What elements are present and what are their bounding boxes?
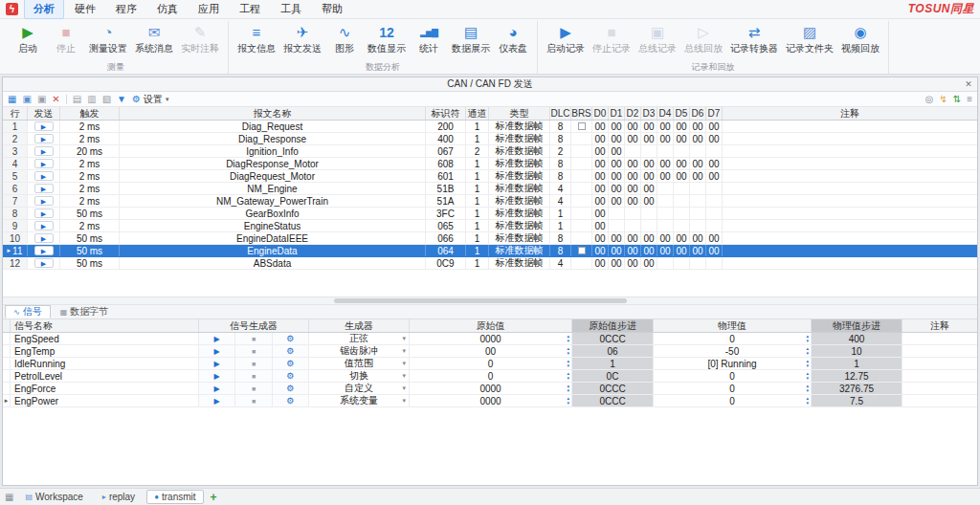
signal-stop-button[interactable]: ■ <box>235 333 272 344</box>
signal-stop-button[interactable]: ■ <box>235 395 272 406</box>
message-row[interactable]: 9▶2 msEngineStatus0651标准数据帧100 <box>3 220 977 232</box>
ribbon-button-recstop[interactable]: ■停止记录 <box>589 21 635 61</box>
ribbon-button-numeric[interactable]: 12数值显示 <box>364 21 410 61</box>
ribbon-button-note[interactable]: ✎实时注释 <box>177 21 223 61</box>
signal-play-button[interactable]: ▶ <box>199 383 235 394</box>
message-row[interactable]: ▸11▶50 msEngineData0641标准数据帧800000000000… <box>3 245 977 257</box>
signal-play-button[interactable]: ▶ <box>199 395 235 406</box>
send-play-icon[interactable]: ▶ <box>34 233 54 243</box>
ribbon-button-display[interactable]: ▤数据展示 <box>448 21 494 61</box>
message-row[interactable]: 4▶2 msDiagResponse_Motor6081标准数据帧8000000… <box>3 158 977 170</box>
signal-settings-button[interactable]: ⚙ <box>273 358 308 369</box>
menu-icon[interactable]: ≡ <box>967 94 972 105</box>
generator-select[interactable]: 锯齿脉冲▾ <box>309 345 410 357</box>
settings-dropdown[interactable]: ⚙设置▾ <box>132 93 168 106</box>
send-play-icon[interactable]: ▶ <box>34 146 54 156</box>
scrollbar-thumb[interactable] <box>334 298 626 303</box>
ribbon-button-msgsend[interactable]: ✈报文发送 <box>279 21 325 61</box>
message-row[interactable]: 3▶20 msIgnition_Info0672标准数据帧20000 <box>3 145 977 158</box>
send-play-icon[interactable]: ▶ <box>34 221 54 231</box>
ribbon-button-stop[interactable]: ■停止 <box>47 21 85 61</box>
ribbon-button-msginfo[interactable]: ≡报文信息 <box>234 21 279 61</box>
signal-settings-button[interactable]: ⚙ <box>273 345 308 357</box>
physical-spin-down-icon[interactable]: ▾ <box>806 376 809 381</box>
add-tab-button[interactable]: + <box>208 491 220 504</box>
app-logo-icon[interactable]: ϟ <box>6 3 18 15</box>
message-row[interactable]: 5▶2 msDiagRequest_Motor6011标准数据帧80000000… <box>3 170 977 183</box>
send-play-icon[interactable]: ▶ <box>34 184 54 193</box>
physical-spin-down-icon[interactable]: ▾ <box>806 363 809 368</box>
menu-item[interactable]: 分析 <box>24 0 64 19</box>
signal-play-button[interactable]: ▶ <box>199 370 235 382</box>
send-play-icon[interactable]: ▶ <box>34 209 54 218</box>
physical-spin-down-icon[interactable]: ▾ <box>806 388 809 393</box>
raw-spin-down-icon[interactable]: ▾ <box>567 401 569 406</box>
sort-icon[interactable]: ⇅ <box>953 94 961 105</box>
page-add-icon[interactable]: ▤ <box>73 94 81 105</box>
generator-select[interactable]: 自定义▾ <box>309 383 410 394</box>
filter-icon[interactable]: ▼ <box>117 94 126 105</box>
signal-settings-button[interactable]: ⚙ <box>273 370 308 382</box>
signal-settings-button[interactable]: ⚙ <box>273 395 308 406</box>
raw-spin-down-icon[interactable]: ▾ <box>567 376 569 381</box>
signal-play-button[interactable]: ▶ <box>199 358 235 369</box>
send-play-icon[interactable]: ▶ <box>34 121 54 131</box>
signal-settings-button[interactable]: ⚙ <box>273 383 308 394</box>
send-play-icon[interactable]: ▶ <box>34 246 54 255</box>
message-row[interactable]: 8▶50 msGearBoxInfo3FC1标准数据帧100 <box>3 208 977 220</box>
grid-icon[interactable]: ▦ <box>8 94 16 105</box>
menu-item[interactable]: 程序 <box>106 0 146 19</box>
physical-spin-down-icon[interactable]: ▾ <box>806 339 809 343</box>
menu-item[interactable]: 工程 <box>230 0 270 19</box>
workspace-tab-replay[interactable]: ▸replay <box>95 490 143 504</box>
ribbon-button-stats[interactable]: ▂▅▇统计 <box>410 21 448 61</box>
physical-spin-down-icon[interactable]: ▾ <box>806 351 809 356</box>
message-row[interactable]: 7▶2 msNM_Gateway_PowerTrain51A1标准数据帧4000… <box>3 195 977 208</box>
signal-row[interactable]: EngTemp▶■⚙锯齿脉冲▾00▴▾06-50▴▾10 <box>3 345 977 358</box>
ribbon-button-conv[interactable]: ⇄记录转换器 <box>726 21 782 61</box>
signal-stop-button[interactable]: ■ <box>235 383 272 394</box>
raw-spin-down-icon[interactable]: ▾ <box>567 339 569 343</box>
ribbon-button-busrec[interactable]: ▣总线记录 <box>635 21 680 61</box>
page-icon[interactable]: ▥ <box>87 94 96 105</box>
signal-play-button[interactable]: ▶ <box>199 333 235 344</box>
horizontal-scrollbar[interactable] <box>3 296 977 305</box>
signal-row[interactable]: EngSpeed▶■⚙正弦▾0000▴▾0CCC0▴▾400 <box>3 333 977 345</box>
menu-item[interactable]: 硬件 <box>65 0 105 19</box>
signal-row[interactable]: ▸EngPower▶■⚙系统变量▾0000▴▾0CCC0▴▾7.5 <box>3 395 977 407</box>
workspace-tab-transmit[interactable]: ●transmit <box>146 490 203 504</box>
save-icon[interactable]: ▣ <box>22 94 31 105</box>
generator-select[interactable]: 正弦▾ <box>309 333 410 344</box>
ribbon-button-recstart[interactable]: ▶启动记录 <box>543 21 589 61</box>
paste-icon[interactable]: ▧ <box>102 94 111 105</box>
menu-item[interactable]: 应用 <box>189 0 229 19</box>
message-row[interactable]: 6▶2 msNM_Engine51B1标准数据帧400000000 <box>3 183 977 195</box>
close-icon[interactable]: ✕ <box>963 78 974 90</box>
ribbon-button-busplay[interactable]: ▷总线回放 <box>680 21 726 61</box>
export-icon[interactable]: ▣ <box>37 94 46 105</box>
ribbon-button-dash[interactable]: ◕仪表盘 <box>494 21 532 61</box>
grid-icon[interactable]: ▦ <box>5 492 13 503</box>
tab-signal[interactable]: ∿信号 <box>5 305 51 318</box>
generator-select[interactable]: 值范围▾ <box>309 358 410 369</box>
brs-checkbox[interactable] <box>578 122 586 130</box>
lightning-icon[interactable]: ↯ <box>939 94 947 105</box>
raw-spin-down-icon[interactable]: ▾ <box>567 388 569 393</box>
brs-checkbox[interactable] <box>578 247 586 254</box>
signal-settings-button[interactable]: ⚙ <box>273 333 308 344</box>
search-icon[interactable]: ◎ <box>925 94 934 105</box>
generator-select[interactable]: 切换▾ <box>309 370 410 382</box>
send-play-icon[interactable]: ▶ <box>34 171 54 181</box>
message-row[interactable]: 2▶2 msDiag_Response4001标准数据帧800000000000… <box>3 133 977 145</box>
ribbon-button-video[interactable]: ◉视频回放 <box>837 21 883 61</box>
message-row[interactable]: 10▶50 msEngineDataIEEE0661标准数据帧800000000… <box>3 232 977 245</box>
generator-select[interactable]: 系统变量▾ <box>309 395 410 406</box>
ribbon-button-measure[interactable]: ◔测量设置 <box>85 21 131 61</box>
send-play-icon[interactable]: ▶ <box>34 159 54 168</box>
send-play-icon[interactable]: ▶ <box>34 258 54 268</box>
menu-item[interactable]: 帮助 <box>312 0 352 19</box>
physical-spin-down-icon[interactable]: ▾ <box>806 401 809 406</box>
signal-row[interactable]: PetrolLevel▶■⚙切换▾0▴▾0C0▴▾12.75 <box>3 370 977 383</box>
signal-stop-button[interactable]: ■ <box>235 345 272 357</box>
message-row[interactable]: 12▶50 msABSdata0C91标准数据帧400000000 <box>3 257 977 270</box>
